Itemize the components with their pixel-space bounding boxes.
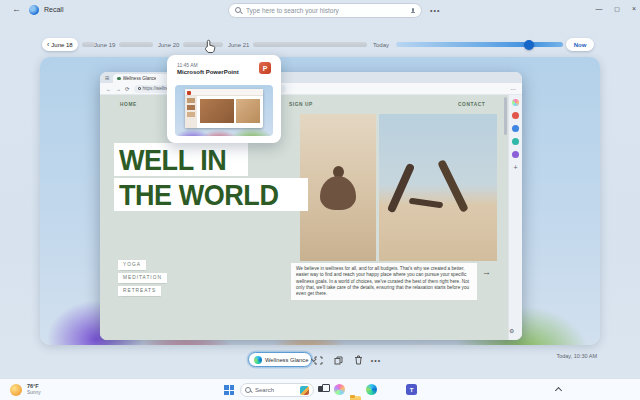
file-explorer-icon[interactable] <box>350 395 361 400</box>
task-view-button[interactable] <box>318 384 329 395</box>
snapshot-timestamp: Today, 10:30 AM <box>525 353 597 359</box>
close-button[interactable]: × <box>629 4 639 14</box>
add-icon[interactable]: + <box>513 164 517 171</box>
copilot-icon[interactable] <box>512 99 519 106</box>
chevron-left-icon: ‹ <box>47 42 49 48</box>
edge-icon <box>254 356 262 364</box>
maximize-button[interactable]: ▢ <box>612 4 622 14</box>
headline-line1-block: WELL IN <box>114 143 248 176</box>
timeline-day-label[interactable]: June 19 <box>94 39 115 51</box>
sidebar-app-icon[interactable] <box>512 138 519 145</box>
browser-toolbar: ← → ⟳ https://wellnessglance.com ⋯ <box>100 83 522 95</box>
teams-icon[interactable]: T <box>406 384 417 395</box>
timeline-segment[interactable] <box>253 42 367 47</box>
minimize-button[interactable]: — <box>594 4 604 14</box>
settings-icon[interactable]: ⚙ <box>509 327 514 334</box>
more-options-button[interactable]: ••• <box>430 7 440 14</box>
weather-icon[interactable] <box>10 384 22 396</box>
meditation-photo <box>300 114 376 261</box>
start-button[interactable] <box>224 385 234 395</box>
search-placeholder: Type here to search your history <box>246 7 407 14</box>
now-button[interactable]: Now <box>566 38 594 51</box>
edge-taskbar-icon[interactable] <box>366 384 377 395</box>
recall-window: ← Recall Type here to search your histor… <box>0 0 640 400</box>
more-actions-button[interactable]: ••• <box>370 354 382 366</box>
tooltip-app-name: Microsoft PowerPoint <box>177 69 239 75</box>
sidebar-app-icon[interactable] <box>512 125 519 132</box>
browser-tab[interactable]: Wellness Glance <box>113 74 171 83</box>
browser-tab-strip: ⊞ Wellness Glance + <box>100 72 522 83</box>
weather-temperature[interactable]: 76°F <box>27 383 39 389</box>
search-icon <box>235 7 242 14</box>
webpage-content: HOME SIGN UP CONTACT WELL IN THE WORLD <box>100 95 522 340</box>
microphone-icon[interactable] <box>411 8 415 14</box>
yoga-stretch-photo <box>379 114 497 261</box>
tray-expand-icon[interactable] <box>555 387 562 394</box>
timeline-today-track[interactable] <box>396 42 563 47</box>
browser-forward-icon[interactable]: → <box>116 86 122 92</box>
arrow-right-icon[interactable]: → <box>482 267 491 277</box>
timeline-segment[interactable] <box>119 42 153 47</box>
app-title: Recall <box>44 6 63 13</box>
delete-button[interactable] <box>352 354 364 366</box>
browser-back-icon[interactable]: ← <box>106 86 112 92</box>
snapshot-tooltip[interactable]: 11:45 AM Microsoft PowerPoint P <box>167 55 281 143</box>
powerpoint-thumbnail[interactable] <box>175 85 273 136</box>
sidebar-app-icon[interactable] <box>512 112 519 119</box>
headline-line1: WELL IN <box>119 144 226 175</box>
browser-menu-icon[interactable]: ⋯ <box>511 86 517 92</box>
back-icon[interactable]: ← <box>12 5 21 14</box>
search-icon <box>245 387 252 394</box>
title-bar: ← Recall Type here to search your histor… <box>0 0 640 22</box>
nav-home-link[interactable]: HOME <box>120 102 137 107</box>
tag-meditation[interactable]: MEDITATION <box>118 273 167 283</box>
snapshot-preview[interactable]: ⊞ Wellness Glance + ← → ⟳ https://wellne… <box>40 57 600 345</box>
edge-sidebar: + <box>508 95 522 340</box>
powerpoint-icon: P <box>259 62 271 74</box>
recall-app-icon <box>29 5 39 15</box>
headline-line2-block: THE WORLD <box>114 178 308 211</box>
cursor-icon <box>205 39 216 54</box>
tag-retreats[interactable]: RETREATS <box>118 286 161 296</box>
timeline-day-label[interactable]: June 20 <box>158 39 179 51</box>
sidebar-app-icon[interactable] <box>512 151 519 158</box>
taskbar: 76°F Sunny Search T 11:11 AM 6/20/2024 <box>0 378 640 400</box>
browser-window: ⊞ Wellness Glance + ← → ⟳ https://wellne… <box>100 72 522 340</box>
tag-yoga[interactable]: YOGA <box>118 260 146 270</box>
timeline-segment[interactable] <box>183 42 223 47</box>
nav-signup-link[interactable]: SIGN UP <box>289 102 313 107</box>
lock-icon <box>138 87 141 91</box>
intro-paragraph: We believe in wellness for all, and for … <box>291 263 477 300</box>
weather-condition[interactable]: Sunny <box>27 390 41 395</box>
scrollbar[interactable] <box>504 97 507 135</box>
nav-contact-link[interactable]: CONTACT <box>458 102 485 107</box>
timeline-day-label[interactable]: June 21 <box>228 39 249 51</box>
headline-line2: THE WORLD <box>119 179 278 210</box>
timeline-day-pill[interactable]: ‹ June 18 <box>42 38 78 51</box>
taskbar-search[interactable]: Search <box>240 383 314 397</box>
history-search-input[interactable]: Type here to search your history <box>228 3 422 18</box>
bing-image-icon <box>300 386 309 395</box>
copy-button[interactable] <box>332 354 344 366</box>
screenshot-button[interactable] <box>312 354 324 366</box>
workspaces-icon[interactable]: ⊞ <box>105 74 109 83</box>
timeline-today-label[interactable]: Today <box>373 39 389 51</box>
copilot-taskbar-icon[interactable] <box>334 384 345 395</box>
tooltip-time: 11:45 AM <box>177 62 198 68</box>
favicon <box>117 77 121 81</box>
browser-refresh-icon[interactable]: ⟳ <box>125 86 130 92</box>
app-filter-pill[interactable]: Wellness Glance <box>248 352 312 367</box>
timeline-slider-handle[interactable] <box>524 40 534 50</box>
